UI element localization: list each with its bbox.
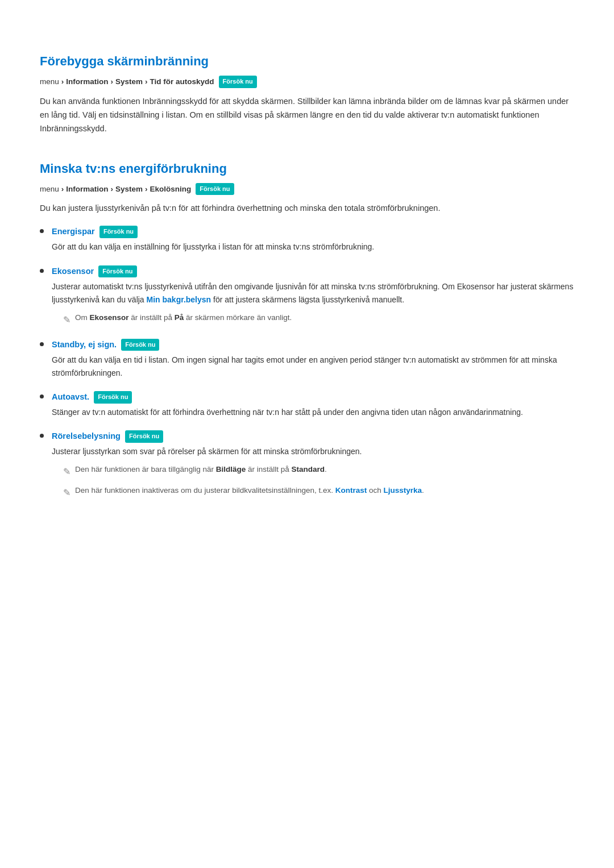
try-now-badge: Försök nu [121, 339, 159, 351]
note-item: ✎Om Ekosensor är inställt på På är skärm… [63, 312, 574, 327]
breadcrumb-item: menu [40, 76, 59, 88]
try-now-badge: Försök nu [219, 76, 257, 88]
note-item: ✎Den här funktionen inaktiveras om du ju… [63, 485, 574, 500]
note-icon: ✎ [63, 464, 70, 479]
section-2: Minska tv:ns energiförbrukningmenu›Infor… [40, 159, 574, 500]
try-now-badge: Försök nu [94, 391, 132, 404]
breadcrumb: menu›Information›System›Tid för autoskyd… [40, 76, 574, 88]
section-body-1: Du kan använda funktionen Inbränningssky… [40, 95, 574, 136]
breadcrumb-separator: › [61, 76, 64, 88]
bullet-item: Rörelsebelysning Försök nuJusterar ljuss… [40, 429, 574, 500]
breadcrumb-item: System [115, 183, 143, 196]
try-now-badge: Försök nu [196, 183, 234, 196]
bullet-dot [40, 394, 44, 398]
section-title-2: Minska tv:ns energiförbrukning [40, 159, 574, 178]
bullet-item: Standby, ej sign. Försök nuGör att du ka… [40, 338, 574, 380]
section-1: Förebygga skärminbränningmenu›Informatio… [40, 51, 574, 136]
breadcrumb: menu›Information›System›EkolösningFörsök… [40, 183, 574, 196]
breadcrumb-separator: › [145, 183, 148, 196]
bullet-desc: Justerar automatiskt tv:ns ljusstyrkeniv… [52, 280, 574, 306]
bullet-desc: Gör att du kan välja en inställning för … [52, 240, 574, 254]
bullet-dot [40, 229, 44, 233]
note-text: Den här funktionen inaktiveras om du jus… [75, 485, 424, 497]
bullet-label: Standby, ej sign. [52, 340, 117, 349]
breadcrumb-item: Information [66, 183, 108, 196]
bullet-desc: Justerar ljusstyrkan som svar på rörelse… [52, 445, 574, 458]
bullet-dot [40, 269, 44, 273]
try-now-badge: Försök nu [98, 265, 136, 278]
breadcrumb-item: Tid för autoskydd [150, 76, 214, 88]
bullet-item: Autoavst. Försök nuStänger av tv:n autom… [40, 390, 574, 419]
note-text: Om Ekosensor är inställt på På är skärme… [75, 312, 292, 324]
note-icon: ✎ [63, 485, 70, 500]
note-icon: ✎ [63, 313, 70, 327]
bullet-desc: Gör att du kan välja en tid i listan. Om… [52, 354, 574, 380]
bullet-desc: Stänger av tv:n automatiskt för att förh… [52, 406, 574, 419]
breadcrumb-item: menu [40, 183, 59, 196]
breadcrumb-separator: › [61, 183, 64, 196]
bullet-label: Rörelsebelysning [52, 431, 121, 441]
bullet-item: Ekosensor Försök nuJusterar automatiskt … [40, 264, 574, 327]
section-title-1: Förebygga skärminbränning [40, 51, 574, 71]
try-now-badge: Försök nu [99, 226, 138, 238]
breadcrumb-separator: › [111, 183, 114, 196]
breadcrumb-separator: › [111, 76, 114, 88]
bullet-item: Energispar Försök nuGör att du kan välja… [40, 225, 574, 254]
note-text: Den här funktionen är bara tillgänglig n… [75, 464, 327, 476]
breadcrumb-item: System [115, 76, 143, 88]
bullet-dot [40, 434, 44, 438]
bullet-label: Energispar [52, 227, 95, 236]
bullet-list: Energispar Försök nuGör att du kan välja… [40, 225, 574, 500]
breadcrumb-item: Ekolösning [150, 183, 192, 196]
try-now-badge: Försök nu [125, 430, 163, 443]
bullet-label: Ekosensor [52, 267, 94, 276]
breadcrumb-item: Information [66, 76, 108, 88]
bullet-label: Autoavst. [52, 392, 89, 401]
note-item: ✎Den här funktionen är bara tillgänglig … [63, 464, 574, 479]
breadcrumb-separator: › [145, 76, 148, 88]
bullet-dot [40, 342, 44, 346]
section-body-2: Du kan justera ljusstyrkenivån på tv:n f… [40, 202, 574, 215]
